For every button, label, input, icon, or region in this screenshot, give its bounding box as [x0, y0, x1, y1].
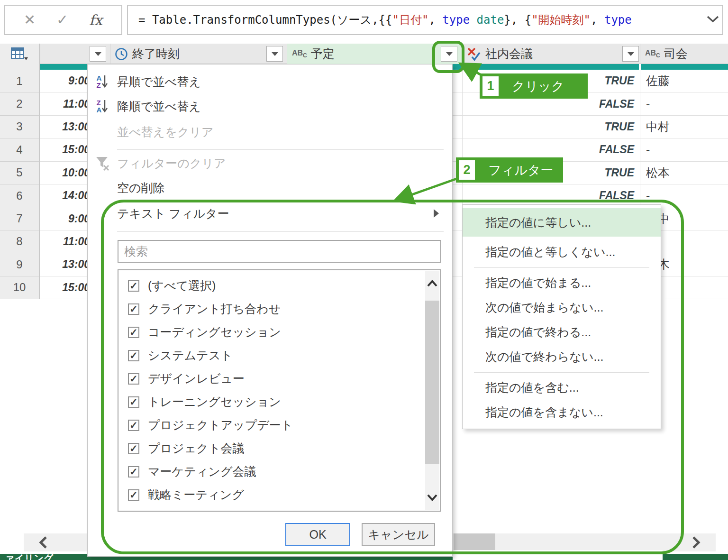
header-schedule-label: 予定: [311, 46, 335, 62]
list-item[interactable]: ✓ 戦略ミーティング: [118, 483, 440, 506]
checkbox-checked-icon[interactable]: ✓: [128, 396, 139, 408]
dropdown-arrow-icon: [628, 52, 634, 56]
list-item[interactable]: ✓ デザインレビュー: [118, 367, 440, 390]
selection-strip: [641, 64, 728, 70]
ok-button[interactable]: OK: [285, 523, 350, 546]
menu-item-sort-descending[interactable]: ZA 降順で並べ替え: [88, 96, 452, 116]
row-number: 4: [0, 138, 40, 161]
cell-moderator[interactable]: 松本: [640, 162, 728, 184]
cancel-button[interactable]: キャンセル: [362, 523, 435, 546]
commit-formula-icon[interactable]: ✓: [56, 13, 68, 27]
cell-internal-meeting[interactable]: TRUE: [462, 116, 640, 138]
internal-meeting-filter-button[interactable]: [622, 46, 639, 62]
horizontal-scrollbar-thumb[interactable]: [454, 533, 495, 551]
list-item[interactable]: ✓ コーディングセッション: [118, 321, 440, 344]
list-scrollbar[interactable]: [425, 271, 439, 510]
submenu-arrow-icon: [434, 209, 439, 218]
list-item[interactable]: ✓ プロジェクトアップデート: [118, 413, 440, 437]
clock-icon: [114, 47, 128, 61]
scroll-right-icon[interactable]: [690, 535, 702, 550]
header-end-time-column[interactable]: 終了時刻: [110, 44, 287, 64]
row-number: 1: [0, 70, 40, 92]
submenu-item-not-begins-with[interactable]: 次の値で始まらない...: [463, 295, 661, 320]
search-input[interactable]: [118, 240, 441, 263]
list-scrollbar-thumb[interactable]: [425, 301, 439, 464]
header-internal-meeting-column[interactable]: 社内会議: [462, 44, 640, 64]
checkbox-checked-icon[interactable]: ✓: [128, 327, 139, 338]
formula-text: = Table.TransformColumnTypes(ソース,{{: [138, 12, 392, 28]
cell-moderator[interactable]: 佐藤: [640, 70, 728, 92]
submenu-item-equals[interactable]: 指定の値に等しい...: [463, 208, 661, 237]
scroll-up-icon[interactable]: [427, 280, 438, 287]
clear-filter-icon: [91, 155, 113, 171]
submenu-item-ends-with[interactable]: 指定の値で終わる...: [463, 320, 661, 344]
checkbox-checked-icon[interactable]: ✓: [128, 303, 139, 315]
list-item[interactable]: ✓ クライアント打ち合わせ: [118, 297, 440, 321]
menu-item-remove-empty[interactable]: 空の削除: [88, 178, 452, 198]
header-moderator-label: 司会: [664, 46, 688, 62]
scroll-left-icon[interactable]: [37, 535, 49, 550]
row-number: 5: [0, 162, 40, 184]
scroll-down-icon[interactable]: [427, 494, 438, 501]
list-item[interactable]: ✓ トレーニングセッション: [118, 390, 440, 413]
end-time-filter-button[interactable]: [266, 46, 283, 62]
menu-item-clear-filter: フィルターのクリア: [88, 153, 452, 173]
step-number: 2: [459, 160, 475, 180]
dropdown-arrow-icon: [272, 52, 278, 56]
filter-dropdown-menu: AZ 昇順で並べ替え ZA 降順で並べ替え 並べ替えをクリア フィルターのクリア…: [87, 64, 453, 557]
submenu-separator: [474, 267, 649, 268]
submenu-separator: [474, 372, 649, 373]
cell-moderator[interactable]: -: [640, 138, 728, 161]
checkbox-checked-icon[interactable]: ✓: [128, 489, 139, 501]
header-internal-meeting-label: 社内会議: [485, 46, 533, 62]
list-item[interactable]: ✓ マーケティング会議: [118, 460, 440, 483]
row-number: 3: [0, 116, 40, 138]
checkbox-checked-icon[interactable]: ✓: [128, 420, 139, 431]
submenu-item-contains[interactable]: 指定の値を含む...: [463, 375, 661, 400]
sort-ascending-icon: AZ: [91, 74, 113, 89]
header-end-time-label: 終了時刻: [132, 46, 180, 62]
checkbox-checked-icon[interactable]: ✓: [128, 373, 139, 385]
menu-separator: [117, 149, 444, 150]
menu-separator: [117, 231, 444, 232]
expand-formula-bar-icon[interactable]: [706, 15, 719, 23]
formula-toolbar: ✕ ✓ fx: [4, 5, 122, 35]
sort-descending-icon: ZA: [91, 99, 113, 113]
list-item[interactable]: ✓ システムテスト: [118, 344, 440, 367]
cell-moderator[interactable]: -: [640, 92, 728, 115]
power-query-editor: ✕ ✓ fx = Table.TransformColumnTypes(ソース,…: [0, 0, 728, 560]
highlight-ring: [432, 41, 464, 73]
logical-type-icon: [466, 46, 482, 62]
formula-input[interactable]: = Table.TransformColumnTypes(ソース,{{"日付",…: [127, 5, 723, 35]
header-moderator-column[interactable]: ABC 司会: [640, 44, 728, 64]
menu-item-clear-sort: 並べ替えをクリア: [88, 122, 452, 142]
start-time-filter-button[interactable]: [90, 46, 106, 62]
submenu-item-not-equals[interactable]: 指定の値と等しくない...: [463, 239, 661, 264]
text-type-icon: ABC: [645, 49, 660, 59]
list-item-select-all[interactable]: ✓ (すべて選択): [118, 274, 440, 297]
text-type-icon: ABC: [292, 49, 307, 59]
cell-moderator[interactable]: 中村: [640, 116, 728, 138]
row-number: 9: [0, 253, 40, 276]
checkbox-checked-icon[interactable]: ✓: [128, 350, 139, 361]
submenu-item-not-contains[interactable]: 指定の値を含まない...: [463, 400, 661, 424]
fx-icon[interactable]: fx: [89, 12, 102, 28]
checkbox-checked-icon[interactable]: ✓: [128, 280, 139, 292]
callout-step-1: 1 クリック: [480, 73, 588, 99]
formula-second-line-clipped: time}, {"終了時刻", type time}, {"予定", type …: [127, 37, 723, 42]
checkbox-checked-icon[interactable]: ✓: [128, 466, 139, 477]
row-number: 2: [0, 92, 40, 115]
menu-item-sort-ascending[interactable]: AZ 昇順で並べ替え: [88, 72, 452, 92]
menu-item-text-filters[interactable]: テキスト フィルター: [88, 203, 452, 223]
list-item[interactable]: ✓ 部門ミーティング: [118, 506, 440, 512]
submenu-item-not-ends-with[interactable]: 次の値で終わらない...: [463, 344, 661, 369]
submenu-item-begins-with[interactable]: 指定の値で始まる...: [463, 270, 661, 295]
table-corner-cell[interactable]: [0, 44, 40, 64]
table-icon: [10, 47, 28, 61]
checkbox-checked-icon[interactable]: ✓: [128, 443, 139, 454]
step-label: クリック: [512, 78, 564, 95]
status-text: ァイリング: [5, 554, 53, 560]
cancel-formula-icon[interactable]: ✕: [24, 13, 36, 27]
list-item[interactable]: ✓ プロジェクト会議: [118, 437, 440, 460]
status-bar-mask: [453, 550, 663, 560]
